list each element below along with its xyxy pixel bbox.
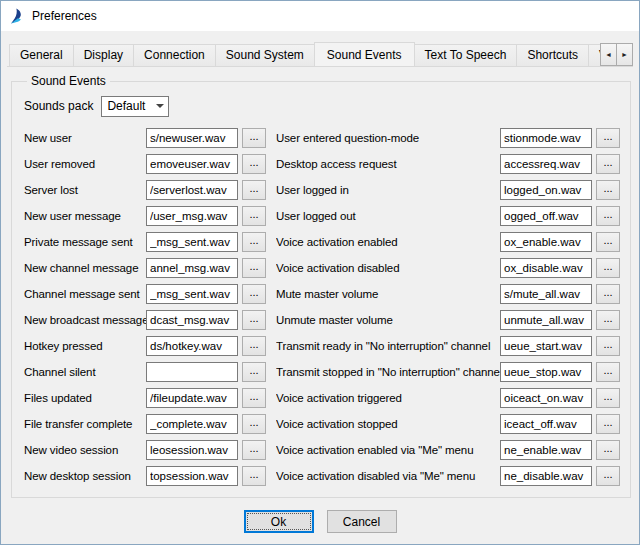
- browse-button[interactable]: ...: [242, 414, 266, 434]
- tab-sound-events[interactable]: Sound Events: [314, 42, 415, 67]
- sound-event-label: Channel message sent: [24, 288, 146, 300]
- tab-scrollers: ◄ ►: [600, 43, 633, 66]
- tab-scroll-left-icon[interactable]: ◄: [600, 43, 617, 66]
- sound-event-row: Transmit ready in "No interruption" chan…: [276, 333, 620, 359]
- sound-file-input[interactable]: [146, 414, 238, 434]
- sounds-pack-select[interactable]: Default: [101, 96, 169, 117]
- sound-file-input[interactable]: [146, 258, 238, 278]
- sound-file-input[interactable]: [146, 154, 238, 174]
- sound-file-input[interactable]: [146, 440, 238, 460]
- sound-event-label: New desktop session: [24, 470, 146, 482]
- sound-event-label: User logged out: [276, 210, 500, 222]
- browse-button[interactable]: ...: [242, 336, 266, 356]
- browse-button[interactable]: ...: [596, 154, 620, 174]
- browse-button[interactable]: ...: [596, 232, 620, 252]
- tab-text-to-speech[interactable]: Text To Speech: [414, 44, 518, 66]
- browse-button[interactable]: ...: [596, 362, 620, 382]
- sound-file-input[interactable]: [500, 414, 592, 434]
- sound-event-row: Mute master volume...: [276, 281, 620, 307]
- sound-event-row: New video session...: [24, 437, 266, 463]
- browse-button[interactable]: ...: [596, 336, 620, 356]
- ok-button[interactable]: Ok: [244, 510, 314, 533]
- browse-button[interactable]: ...: [242, 362, 266, 382]
- sound-events-grid: New user...User removed...Server lost...…: [24, 125, 620, 489]
- browse-button[interactable]: ...: [242, 258, 266, 278]
- sound-event-row: Private message sent...: [24, 229, 266, 255]
- sound-event-row: New user...: [24, 125, 266, 151]
- browse-button[interactable]: ...: [596, 466, 620, 486]
- sound-file-input[interactable]: [146, 336, 238, 356]
- sound-file-input[interactable]: [146, 128, 238, 148]
- tab-general[interactable]: General: [9, 44, 74, 66]
- browse-button[interactable]: ...: [242, 206, 266, 226]
- tab-sound-system[interactable]: Sound System: [215, 44, 315, 66]
- browse-button[interactable]: ...: [596, 440, 620, 460]
- browse-button[interactable]: ...: [596, 310, 620, 330]
- sound-event-label: Unmute master volume: [276, 314, 500, 326]
- sound-event-row: Channel silent...: [24, 359, 266, 385]
- sound-file-input[interactable]: [500, 466, 592, 486]
- browse-button[interactable]: ...: [242, 284, 266, 304]
- sound-file-input[interactable]: [500, 310, 592, 330]
- sound-file-input[interactable]: [500, 388, 592, 408]
- dialog-body: GeneralDisplayConnectionSound SystemSoun…: [1, 31, 639, 544]
- sound-event-label: Transmit stopped in "No interruption" ch…: [276, 366, 500, 378]
- app-icon: [9, 8, 25, 24]
- tab-display[interactable]: Display: [73, 44, 134, 66]
- preferences-window: Preferences GeneralDisplayConnectionSoun…: [0, 0, 640, 545]
- browse-button[interactable]: ...: [596, 388, 620, 408]
- sound-event-label: Files updated: [24, 392, 146, 404]
- browse-button[interactable]: ...: [596, 284, 620, 304]
- browse-button[interactable]: ...: [596, 128, 620, 148]
- sound-file-input[interactable]: [146, 206, 238, 226]
- browse-button[interactable]: ...: [596, 180, 620, 200]
- sound-file-input[interactable]: [500, 180, 592, 200]
- browse-button[interactable]: ...: [596, 206, 620, 226]
- browse-button[interactable]: ...: [242, 128, 266, 148]
- sound-event-row: Voice activation enabled...: [276, 229, 620, 255]
- sound-file-input[interactable]: [500, 232, 592, 252]
- cancel-button[interactable]: Cancel: [327, 510, 397, 533]
- sound-file-input[interactable]: [146, 284, 238, 304]
- sound-file-input[interactable]: [146, 180, 238, 200]
- sound-file-input[interactable]: [146, 310, 238, 330]
- sound-event-row: New channel message...: [24, 255, 266, 281]
- sound-event-label: Server lost: [24, 184, 146, 196]
- sound-event-label: New user: [24, 132, 146, 144]
- sound-file-input[interactable]: [500, 206, 592, 226]
- browse-button[interactable]: ...: [242, 154, 266, 174]
- sound-event-row: Voice activation triggered...: [276, 385, 620, 411]
- sound-event-row: Voice activation enabled via "Me" menu..…: [276, 437, 620, 463]
- sound-file-input[interactable]: [146, 232, 238, 252]
- sound-file-input[interactable]: [500, 284, 592, 304]
- sound-file-input[interactable]: [146, 388, 238, 408]
- sound-event-row: Desktop access request...: [276, 151, 620, 177]
- sound-event-label: User logged in: [276, 184, 500, 196]
- browse-button[interactable]: ...: [242, 310, 266, 330]
- browse-button[interactable]: ...: [242, 440, 266, 460]
- browse-button[interactable]: ...: [596, 258, 620, 278]
- sound-file-input[interactable]: [500, 362, 592, 382]
- browse-button[interactable]: ...: [242, 232, 266, 252]
- tab-shortcuts[interactable]: Shortcuts: [516, 44, 589, 66]
- chevron-down-icon: [152, 100, 168, 112]
- browse-button[interactable]: ...: [242, 388, 266, 408]
- sounds-pack-row: Sounds pack Default: [24, 95, 620, 117]
- sound-event-label: Voice activation disabled via "Me" menu: [276, 470, 500, 482]
- sound-file-input[interactable]: [500, 336, 592, 356]
- sound-event-row: Server lost...: [24, 177, 266, 203]
- tab-connection[interactable]: Connection: [133, 44, 216, 66]
- sound-file-input[interactable]: [146, 362, 238, 382]
- sound-file-input[interactable]: [500, 128, 592, 148]
- browse-button[interactable]: ...: [596, 414, 620, 434]
- sound-file-input[interactable]: [146, 466, 238, 486]
- sound-file-input[interactable]: [500, 154, 592, 174]
- browse-button[interactable]: ...: [242, 180, 266, 200]
- sound-event-row: Voice activation disabled...: [276, 255, 620, 281]
- sound-file-input[interactable]: [500, 258, 592, 278]
- sound-file-input[interactable]: [500, 440, 592, 460]
- browse-button[interactable]: ...: [242, 466, 266, 486]
- sound-event-label: Voice activation stopped: [276, 418, 500, 430]
- tab-scroll-right-icon[interactable]: ►: [616, 43, 633, 66]
- dialog-footer: Ok Cancel: [7, 502, 633, 544]
